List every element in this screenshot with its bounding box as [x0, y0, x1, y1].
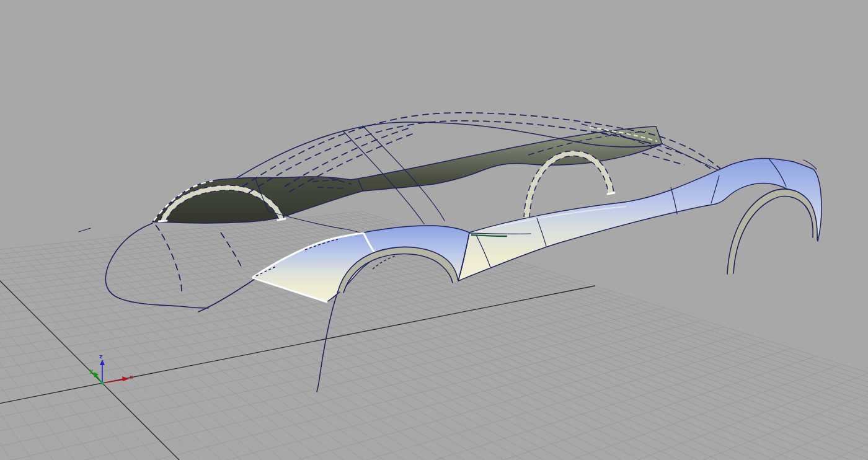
rear-arch-lip-inner-edge	[733, 197, 813, 273]
arch-end-cap	[159, 221, 167, 221]
axis-gizmo: x y z	[89, 353, 133, 385]
arch-end-cap	[278, 219, 285, 220]
axis-x-label: x	[130, 374, 133, 380]
rear-dashed-segment[interactable]	[642, 153, 684, 165]
origin-point	[101, 382, 104, 385]
small-tick	[79, 228, 91, 232]
viewport-canvas[interactable]: x y z	[0, 0, 868, 460]
x-axis-arrow	[102, 379, 125, 383]
axis-y-label: y	[89, 368, 93, 374]
roof-curve-dashed-outer[interactable]	[242, 113, 720, 187]
axis-z-label: z	[99, 353, 102, 360]
rear-arch-lip[interactable]	[727, 189, 817, 274]
front-wheel-curve[interactable]	[317, 291, 338, 392]
arch-end-cap	[608, 193, 614, 194]
rear-connector-line[interactable]	[662, 144, 722, 172]
